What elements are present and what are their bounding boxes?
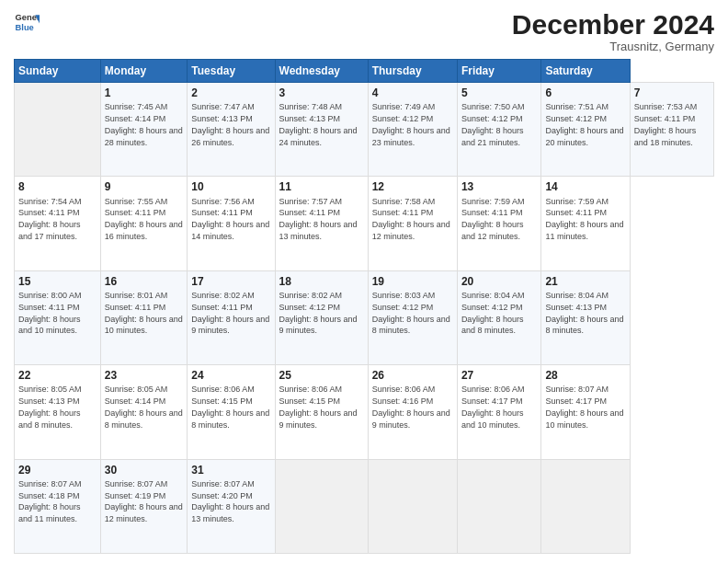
day-number: 23 — [105, 368, 183, 383]
day-number: 13 — [461, 179, 538, 194]
day-info: Sunrise: 8:06 AMSunset: 4:15 PMDaylight:… — [279, 385, 358, 429]
day-number: 28 — [545, 368, 625, 383]
day-info: Sunrise: 8:04 AMSunset: 4:12 PMDaylight:… — [461, 291, 525, 335]
day-info: Sunrise: 8:07 AMSunset: 4:17 PMDaylight:… — [545, 385, 623, 429]
col-header-saturday: Saturday — [541, 60, 630, 83]
day-cell: 7 Sunrise: 7:53 AMSunset: 4:11 PMDayligh… — [630, 83, 713, 177]
day-cell: 18 Sunrise: 8:02 AMSunset: 4:12 PMDaylig… — [275, 270, 368, 364]
day-number: 15 — [18, 274, 97, 289]
week-row-5: 29 Sunrise: 8:07 AMSunset: 4:18 PMDaylig… — [15, 459, 714, 553]
day-info: Sunrise: 8:06 AMSunset: 4:16 PMDaylight:… — [372, 385, 450, 429]
svg-text:General: General — [16, 13, 40, 22]
day-info: Sunrise: 7:54 AMSunset: 4:11 PMDaylight:… — [18, 197, 82, 241]
day-cell: 10 Sunrise: 7:56 AMSunset: 4:11 PMDaylig… — [188, 177, 275, 270]
day-cell: 4 Sunrise: 7:49 AMSunset: 4:12 PMDayligh… — [368, 83, 457, 177]
day-number: 26 — [372, 368, 453, 383]
day-info: Sunrise: 7:53 AMSunset: 4:11 PMDaylight:… — [634, 102, 698, 146]
day-info: Sunrise: 8:05 AMSunset: 4:13 PMDaylight:… — [18, 385, 82, 429]
day-cell: 1 Sunrise: 7:45 AMSunset: 4:14 PMDayligh… — [100, 83, 187, 177]
day-cell: 19 Sunrise: 8:03 AMSunset: 4:12 PMDaylig… — [368, 270, 457, 364]
day-number: 6 — [545, 86, 625, 100]
svg-text:Blue: Blue — [16, 23, 34, 32]
day-info: Sunrise: 8:04 AMSunset: 4:13 PMDaylight:… — [545, 291, 623, 335]
day-number: 1 — [105, 86, 183, 100]
day-number: 11 — [279, 179, 364, 194]
day-number: 24 — [191, 368, 270, 383]
day-info: Sunrise: 8:07 AMSunset: 4:18 PMDaylight:… — [18, 479, 82, 523]
day-cell: 5 Sunrise: 7:50 AMSunset: 4:12 PMDayligh… — [457, 83, 541, 177]
week-row-1: 1 Sunrise: 7:45 AMSunset: 4:14 PMDayligh… — [15, 83, 714, 177]
day-cell: 26 Sunrise: 8:06 AMSunset: 4:16 PMDaylig… — [368, 365, 457, 459]
day-cell: 14 Sunrise: 7:59 AMSunset: 4:11 PMDaylig… — [541, 177, 630, 270]
day-cell: 21 Sunrise: 8:04 AMSunset: 4:13 PMDaylig… — [541, 270, 630, 364]
day-cell: 16 Sunrise: 8:01 AMSunset: 4:11 PMDaylig… — [100, 270, 187, 364]
day-number: 18 — [279, 274, 364, 289]
day-cell: 15 Sunrise: 8:00 AMSunset: 4:11 PMDaylig… — [15, 270, 101, 364]
day-info: Sunrise: 7:49 AMSunset: 4:12 PMDaylight:… — [372, 102, 450, 146]
day-info: Sunrise: 8:01 AMSunset: 4:11 PMDaylight:… — [105, 291, 183, 335]
title-block: December 2024 Trausnitz, Germany — [512, 9, 714, 53]
day-cell — [541, 459, 630, 553]
day-info: Sunrise: 8:06 AMSunset: 4:17 PMDaylight:… — [461, 385, 525, 429]
day-cell: 29 Sunrise: 8:07 AMSunset: 4:18 PMDaylig… — [15, 459, 101, 553]
day-number: 8 — [18, 179, 97, 194]
day-number: 31 — [191, 463, 270, 477]
day-number: 29 — [18, 463, 97, 477]
day-number: 4 — [372, 86, 453, 100]
day-cell: 8 Sunrise: 7:54 AMSunset: 4:11 PMDayligh… — [15, 177, 101, 270]
day-number: 22 — [18, 368, 97, 383]
day-info: Sunrise: 7:51 AMSunset: 4:12 PMDaylight:… — [545, 102, 623, 146]
day-info: Sunrise: 8:07 AMSunset: 4:19 PMDaylight:… — [105, 479, 183, 523]
header-row: SundayMondayTuesdayWednesdayThursdayFrid… — [15, 60, 714, 83]
day-cell: 23 Sunrise: 8:05 AMSunset: 4:14 PMDaylig… — [100, 365, 187, 459]
day-number: 3 — [279, 86, 364, 100]
day-number: 17 — [191, 274, 270, 289]
col-header-wednesday: Wednesday — [275, 60, 368, 83]
day-info: Sunrise: 7:59 AMSunset: 4:11 PMDaylight:… — [461, 197, 525, 241]
day-number: 5 — [461, 86, 538, 100]
day-info: Sunrise: 7:45 AMSunset: 4:14 PMDaylight:… — [105, 102, 183, 146]
day-cell: 2 Sunrise: 7:47 AMSunset: 4:13 PMDayligh… — [188, 83, 275, 177]
day-cell: 20 Sunrise: 8:04 AMSunset: 4:12 PMDaylig… — [457, 270, 541, 364]
day-info: Sunrise: 7:59 AMSunset: 4:11 PMDaylight:… — [545, 197, 623, 241]
day-cell: 31 Sunrise: 8:07 AMSunset: 4:20 PMDaylig… — [188, 459, 275, 553]
day-number: 7 — [634, 86, 710, 100]
day-number: 16 — [105, 274, 183, 289]
week-row-4: 22 Sunrise: 8:05 AMSunset: 4:13 PMDaylig… — [15, 365, 714, 459]
day-info: Sunrise: 8:05 AMSunset: 4:14 PMDaylight:… — [105, 385, 183, 429]
day-cell: 28 Sunrise: 8:07 AMSunset: 4:17 PMDaylig… — [541, 365, 630, 459]
day-info: Sunrise: 7:47 AMSunset: 4:13 PMDaylight:… — [191, 102, 269, 146]
week-row-3: 15 Sunrise: 8:00 AMSunset: 4:11 PMDaylig… — [15, 270, 714, 364]
col-header-monday: Monday — [100, 60, 187, 83]
day-cell: 30 Sunrise: 8:07 AMSunset: 4:19 PMDaylig… — [100, 459, 187, 553]
day-cell: 25 Sunrise: 8:06 AMSunset: 4:15 PMDaylig… — [275, 365, 368, 459]
day-number: 10 — [191, 179, 270, 194]
day-info: Sunrise: 7:56 AMSunset: 4:11 PMDaylight:… — [191, 197, 269, 241]
day-info: Sunrise: 8:06 AMSunset: 4:15 PMDaylight:… — [191, 385, 269, 429]
col-header-thursday: Thursday — [368, 60, 457, 83]
col-header-sunday: Sunday — [15, 60, 101, 83]
day-cell — [368, 459, 457, 553]
day-number: 27 — [461, 368, 538, 383]
day-info: Sunrise: 7:50 AMSunset: 4:12 PMDaylight:… — [461, 102, 525, 146]
header: General Blue December 2024 Trausnitz, Ge… — [14, 9, 714, 53]
day-cell: 12 Sunrise: 7:58 AMSunset: 4:11 PMDaylig… — [368, 177, 457, 270]
day-info: Sunrise: 7:55 AMSunset: 4:11 PMDaylight:… — [105, 197, 183, 241]
day-cell: 22 Sunrise: 8:05 AMSunset: 4:13 PMDaylig… — [15, 365, 101, 459]
day-cell — [275, 459, 368, 553]
day-number: 30 — [105, 463, 183, 477]
day-number: 19 — [372, 274, 453, 289]
day-info: Sunrise: 7:57 AMSunset: 4:11 PMDaylight:… — [279, 197, 358, 241]
day-cell: 17 Sunrise: 8:02 AMSunset: 4:11 PMDaylig… — [188, 270, 275, 364]
day-cell: 11 Sunrise: 7:57 AMSunset: 4:11 PMDaylig… — [275, 177, 368, 270]
day-info: Sunrise: 7:48 AMSunset: 4:13 PMDaylight:… — [279, 102, 358, 146]
day-number: 12 — [372, 179, 453, 194]
location-subtitle: Trausnitz, Germany — [512, 40, 714, 53]
day-cell: 13 Sunrise: 7:59 AMSunset: 4:11 PMDaylig… — [457, 177, 541, 270]
day-number: 2 — [191, 86, 270, 100]
day-info: Sunrise: 8:00 AMSunset: 4:11 PMDaylight:… — [18, 291, 82, 335]
empty-cell — [15, 83, 101, 177]
day-cell: 24 Sunrise: 8:06 AMSunset: 4:15 PMDaylig… — [188, 365, 275, 459]
col-header-tuesday: Tuesday — [188, 60, 275, 83]
day-number: 21 — [545, 274, 625, 289]
